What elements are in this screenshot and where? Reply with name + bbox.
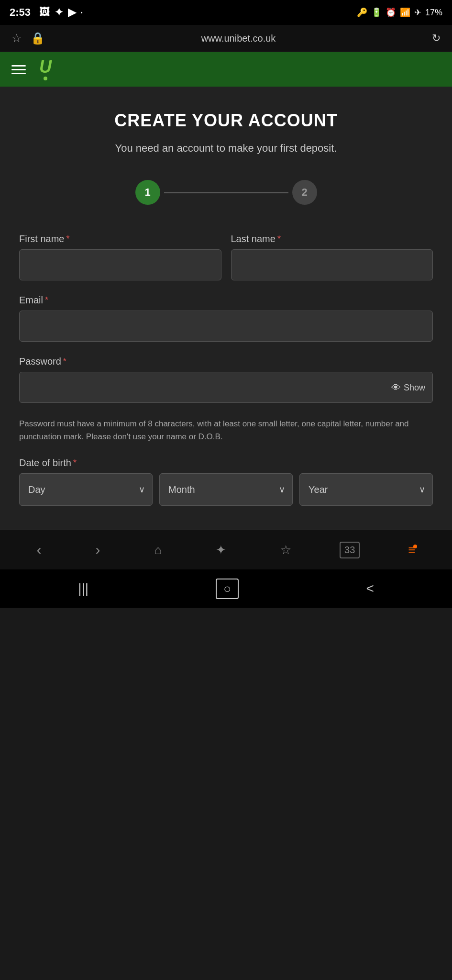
lock-icon: 🔒	[31, 32, 45, 45]
url-text: www.unibet.co.uk	[201, 33, 276, 44]
email-group: Email *	[19, 295, 433, 342]
charging-icon: 🔋	[371, 7, 382, 18]
url-bar[interactable]: www.unibet.co.uk	[45, 33, 432, 44]
key-icon: 🔑	[357, 7, 367, 18]
password-wrapper: 👁 Show	[19, 372, 433, 403]
last-name-label: Last name *	[231, 234, 433, 245]
nav-back-button[interactable]: ‹	[31, 538, 47, 562]
password-group: Password * 👁 Show	[19, 356, 433, 403]
dob-label: Date of birth *	[19, 457, 433, 468]
day-select[interactable]: Day	[19, 473, 153, 506]
year-select[interactable]: Year	[299, 473, 433, 506]
dot-icon: •	[81, 10, 83, 15]
airplane-icon: ✈	[414, 7, 421, 18]
email-label: Email *	[19, 295, 433, 306]
last-name-group: Last name *	[231, 234, 433, 280]
nav-star-button[interactable]: ☆	[275, 539, 297, 561]
page-subtitle: You need an account to make your first d…	[19, 140, 433, 156]
nav-header: U	[0, 52, 452, 87]
name-row: First name * Last name *	[19, 234, 433, 280]
youtube-icon: ▶	[68, 6, 76, 19]
day-select-wrapper: Day ∨	[19, 473, 153, 506]
password-label: Password *	[19, 356, 433, 367]
password-hint: Password must have a minimum of 8 charac…	[19, 417, 433, 443]
year-select-wrapper: Year ∨	[299, 473, 433, 506]
registration-form: First name * Last name * Email *	[19, 234, 433, 506]
reload-icon[interactable]: ↻	[432, 32, 441, 44]
email-input[interactable]	[19, 311, 433, 342]
gallery-icon: 🖼	[39, 6, 50, 19]
status-time: 2:53	[10, 6, 31, 19]
step-2-circle: 2	[292, 180, 317, 205]
step-1-circle: 1	[135, 180, 160, 205]
last-name-input[interactable]	[231, 249, 433, 280]
nav-magic-button[interactable]: ✦	[210, 539, 232, 561]
unibet-logo: U	[39, 58, 52, 80]
bookmark-icon[interactable]: ☆	[11, 32, 22, 45]
wifi-icon: 📶	[400, 7, 410, 18]
dob-selects-row: Day ∨ Month ∨ Year ∨	[19, 473, 433, 506]
hamburger-menu[interactable]	[11, 65, 26, 74]
recents-button[interactable]: |||	[68, 577, 98, 600]
nav-calendar-button[interactable]: 33	[340, 542, 360, 558]
page-title: CREATE YOUR ACCOUNT	[19, 111, 433, 131]
status-bar: 2:53 🖼 ✦ ▶ • 🔑 🔋 ⏰ 📶 ✈ 17%	[0, 0, 452, 25]
main-content: CREATE YOUR ACCOUNT You need an account …	[0, 87, 452, 530]
alarm-icon: ⏰	[386, 7, 396, 18]
battery-level: 17%	[425, 8, 442, 18]
unibet-logo-dot	[44, 77, 47, 80]
nav-menu-button[interactable]: ≡	[402, 539, 421, 561]
system-nav: ||| ○ <	[0, 569, 452, 608]
show-password-button[interactable]: 👁 Show	[391, 382, 425, 393]
nav-forward-button[interactable]: ›	[89, 538, 106, 562]
month-select[interactable]: Month	[159, 473, 293, 506]
back-button[interactable]: <	[356, 577, 383, 600]
home-button[interactable]: ○	[216, 579, 239, 599]
browser-bar: ☆ 🔒 www.unibet.co.uk ↻	[0, 25, 452, 52]
unibet-u-letter: U	[39, 58, 52, 76]
first-name-input[interactable]	[19, 249, 221, 280]
progress-line	[164, 192, 288, 193]
password-input[interactable]	[19, 372, 433, 403]
eye-icon: 👁	[391, 382, 401, 393]
nav-home-button[interactable]: ⌂	[148, 539, 167, 561]
dob-group: Date of birth * Day ∨ Month ∨	[19, 457, 433, 506]
progress-indicator: 1 2	[19, 180, 433, 205]
bottom-nav: ‹ › ⌂ ✦ ☆ 33 ≡	[0, 530, 452, 569]
first-name-group: First name *	[19, 234, 221, 280]
first-name-label: First name *	[19, 234, 221, 245]
month-select-wrapper: Month ∨	[159, 473, 293, 506]
menu-badge	[413, 545, 417, 548]
bluetooth-icon: ✦	[55, 6, 63, 19]
